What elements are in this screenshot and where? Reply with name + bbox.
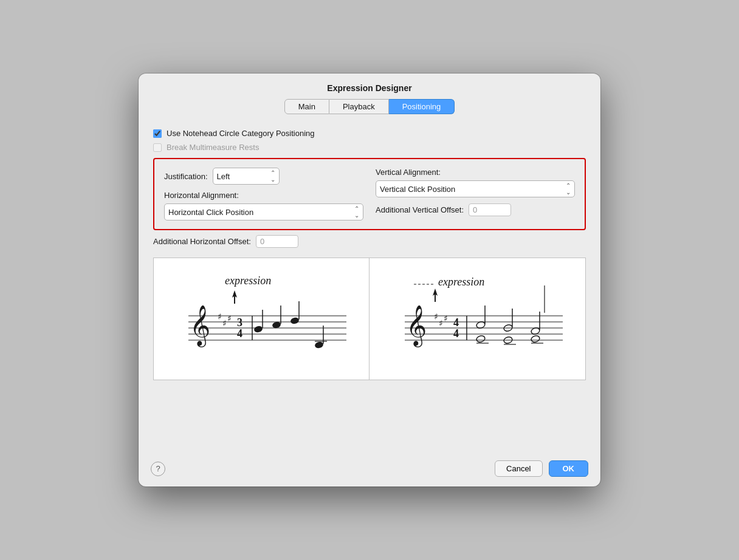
justification-row: Justification: Left ⌃⌄ xyxy=(164,168,363,185)
svg-marker-1 xyxy=(232,290,237,304)
svg-text:♯: ♯ xyxy=(434,312,438,321)
additional-horizontal-offset-label: Additional Horizontal Offset: xyxy=(153,237,251,246)
svg-point-19 xyxy=(314,341,324,349)
vertical-alignment-select[interactable]: Vertical Click Position ⌃⌄ xyxy=(376,180,575,197)
svg-point-13 xyxy=(253,325,263,333)
additional-horizontal-offset-input[interactable] xyxy=(256,235,298,248)
vertical-alignment-value: Vertical Click Position xyxy=(380,185,455,194)
svg-marker-26 xyxy=(433,289,438,302)
additional-vertical-offset-row: Additional Vertical Offset: 0 xyxy=(376,203,575,216)
additional-vertical-offset-label: Additional Vertical Offset: xyxy=(376,205,464,214)
tab-playback[interactable]: Playback xyxy=(329,99,389,114)
music-notation-area: expression 𝄞 ♯ ♯ ♯ 3 xyxy=(153,258,586,380)
break-multimeasure-row: Break Multimeasure Rests xyxy=(153,143,586,152)
justification-value: Left xyxy=(217,172,230,181)
svg-point-17 xyxy=(290,316,300,324)
svg-text:𝄞: 𝄞 xyxy=(406,305,427,347)
dialog-footer: ? Cancel OK xyxy=(139,452,600,487)
tab-bar: Main Playback Positioning xyxy=(139,99,600,114)
positioning-section: Justification: Left ⌃⌄ Horizontal Alignm… xyxy=(153,158,586,230)
svg-text:♯: ♯ xyxy=(227,314,232,323)
horizontal-alignment-value: Horizontal Click Position xyxy=(168,208,253,217)
tab-positioning[interactable]: Positioning xyxy=(389,99,455,114)
svg-text:♯: ♯ xyxy=(439,319,443,328)
music-notation-left: expression 𝄞 ♯ ♯ ♯ 3 xyxy=(164,267,359,370)
use-notehead-checkbox[interactable] xyxy=(153,129,162,138)
svg-text:3: 3 xyxy=(237,316,242,329)
svg-text:expression: expression xyxy=(438,276,484,288)
horizontal-alignment-select[interactable]: Horizontal Click Position ⌃⌄ xyxy=(164,203,363,220)
svg-text:𝄞: 𝄞 xyxy=(190,305,210,347)
break-multimeasure-label: Break Multimeasure Rests xyxy=(167,143,259,152)
cancel-button[interactable]: Cancel xyxy=(495,460,542,477)
expression-designer-dialog: Expression Designer Main Playback Positi… xyxy=(139,73,600,487)
justification-chevron-icon: ⌃⌄ xyxy=(270,169,275,183)
help-button[interactable]: ? xyxy=(151,462,165,476)
dialog-content: Use Notehead Circle Category Positioning… xyxy=(139,123,600,452)
dialog-title: Expression Designer xyxy=(139,73,600,99)
use-notehead-row: Use Notehead Circle Category Positioning xyxy=(153,129,586,138)
svg-text:4: 4 xyxy=(237,327,242,340)
additional-horizontal-offset-row: Additional Horizontal Offset: xyxy=(153,235,586,248)
svg-text:4: 4 xyxy=(453,327,459,340)
vertical-alignment-row: Vertical Alignment: Vertical Click Posit… xyxy=(376,168,575,197)
svg-text:♯: ♯ xyxy=(444,314,448,323)
svg-point-47 xyxy=(530,335,540,343)
music-pane-left: expression 𝄞 ♯ ♯ ♯ 3 xyxy=(154,258,370,380)
left-column: Justification: Left ⌃⌄ Horizontal Alignm… xyxy=(164,168,363,220)
svg-text:4: 4 xyxy=(453,316,459,329)
break-multimeasure-checkbox xyxy=(153,143,162,152)
svg-point-45 xyxy=(475,335,485,343)
ok-button[interactable]: OK xyxy=(549,460,589,477)
right-column: Vertical Alignment: Vertical Click Posit… xyxy=(376,168,575,220)
horizontal-alignment-label-row: Horizontal Alignment: xyxy=(164,191,363,200)
music-pane-right: expression 𝄞 ♯ ♯ ♯ xyxy=(370,258,585,380)
footer-buttons: Cancel OK xyxy=(495,460,588,477)
vertical-alignment-label: Vertical Alignment: xyxy=(376,168,441,177)
horizontal-alignment-chevron-icon: ⌃⌄ xyxy=(354,205,359,219)
horizontal-alignment-row: Horizontal Alignment: Horizontal Click P… xyxy=(164,191,363,220)
vertical-alignment-chevron-icon: ⌃⌄ xyxy=(566,182,571,196)
justification-select[interactable]: Left ⌃⌄ xyxy=(213,168,280,185)
additional-vertical-offset-input[interactable]: 0 xyxy=(469,203,511,216)
vertical-alignment-label-row: Vertical Alignment: xyxy=(376,168,575,177)
justification-label: Justification: xyxy=(164,172,208,181)
svg-text:expression: expression xyxy=(225,275,271,287)
svg-text:♯: ♯ xyxy=(218,312,222,321)
svg-text:♯: ♯ xyxy=(222,319,227,328)
horizontal-alignment-label: Horizontal Alignment: xyxy=(164,191,239,200)
tab-main[interactable]: Main xyxy=(284,99,329,114)
use-notehead-label: Use Notehead Circle Category Positioning xyxy=(167,129,315,138)
music-notation-right: expression 𝄞 ♯ ♯ ♯ xyxy=(380,267,575,370)
